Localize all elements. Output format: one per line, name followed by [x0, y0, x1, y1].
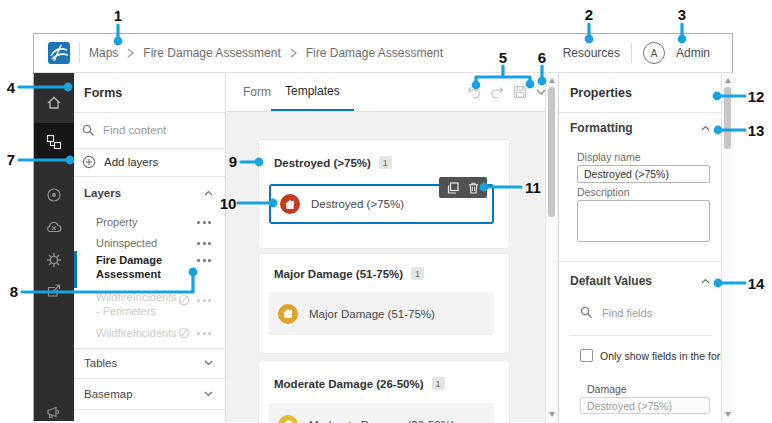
scroll-up-arrow[interactable] [549, 78, 555, 83]
callout-14: 14 [748, 275, 765, 292]
callout-4: 4 [7, 79, 15, 96]
user-menu[interactable]: Admin [676, 46, 710, 60]
more-options-icon[interactable] [197, 299, 211, 302]
rail-sharing-button[interactable] [34, 274, 74, 308]
template-item-label: Destroyed (>75%) [311, 198, 404, 210]
cloud-offline-icon [45, 220, 63, 235]
forms-panel: Forms Add layers Layers [74, 73, 226, 422]
destroyed-symbol [280, 194, 300, 214]
esri-logo-icon [48, 42, 70, 64]
chevron-down-icon [204, 360, 213, 366]
chevron-up-icon [701, 125, 710, 131]
description-textarea[interactable] [577, 200, 710, 242]
trash-icon[interactable] [468, 182, 479, 194]
divider [559, 261, 721, 262]
divider [74, 409, 225, 410]
layer-row-uninspected[interactable]: Uninspected [74, 234, 225, 252]
plus-circle-icon [82, 155, 96, 169]
breadcrumb: Maps Fire Damage Assessment Fire Damage … [89, 46, 443, 60]
layers-section-header[interactable]: Layers [74, 180, 225, 205]
properties-title: Properties [570, 86, 632, 100]
group-count-badge: 1 [432, 377, 445, 390]
rail-geofences-button[interactable] [34, 178, 74, 212]
header-divider [79, 43, 80, 63]
template-item-moderate-damage[interactable]: Moderate Damage (26-50%) [269, 403, 494, 423]
geofence-icon [46, 187, 62, 203]
tables-section-header[interactable]: Tables [74, 348, 225, 378]
layer-row-fire-damage-assessment[interactable]: Fire Damage Assessment [74, 253, 225, 287]
tab-templates[interactable]: Templates [271, 73, 354, 111]
redo-icon[interactable] [490, 86, 504, 99]
scroll-down-arrow[interactable] [725, 412, 731, 417]
screenshot-canvas: Maps Fire Damage Assessment Fire Damage … [0, 0, 772, 423]
search-icon [82, 124, 95, 137]
group-label-row: Destroyed (>75%) 1 [274, 156, 392, 169]
breadcrumb-map-name[interactable]: Fire Damage Assessment [143, 46, 280, 60]
search-icon [580, 306, 593, 319]
layer-row-property[interactable]: Property [74, 213, 225, 231]
find-fields-search[interactable] [580, 306, 697, 319]
damage-field-input[interactable] [580, 397, 710, 414]
scroll-up-arrow[interactable] [725, 78, 731, 83]
damaged-house-icon [282, 419, 294, 423]
only-show-fields-checkbox[interactable] [580, 349, 593, 362]
scroll-down-arrow[interactable] [549, 412, 555, 417]
layer-name: WildfireIncidents [96, 326, 177, 340]
more-options-icon[interactable] [197, 221, 211, 224]
editor-scrollbar[interactable] [545, 73, 557, 422]
major-damage-symbol [278, 304, 298, 324]
properties-scrollbar[interactable] [721, 73, 733, 422]
scrollbar-thumb[interactable] [724, 87, 731, 149]
display-name-input[interactable] [577, 165, 710, 183]
basemap-section-header[interactable]: Basemap [74, 378, 225, 409]
layer-row-wildfire-perimeters[interactable]: WildfireIncidents - Perimeters [74, 290, 225, 322]
display-name-label: Display name [577, 151, 641, 163]
template-group-major-damage: Major Damage (51-75%) 1 Major Damage (51… [259, 254, 509, 353]
search-input[interactable] [103, 124, 203, 136]
damaged-house-icon [284, 199, 296, 210]
chevron-down-icon [204, 391, 213, 397]
add-layers-button[interactable]: Add layers [74, 148, 225, 176]
rail-forms-button[interactable] [34, 123, 74, 160]
default-values-section-header[interactable]: Default Values [570, 274, 710, 288]
tab-form-label: Form [243, 85, 271, 99]
find-fields-input[interactable] [602, 307, 697, 319]
more-options-icon[interactable] [197, 259, 211, 262]
template-item-major-damage[interactable]: Major Damage (51-75%) [269, 292, 494, 335]
header-divider [631, 43, 632, 63]
undo-icon[interactable] [467, 86, 481, 99]
duplicate-icon[interactable] [447, 182, 459, 194]
callout-7: 7 [7, 151, 15, 168]
more-options-icon[interactable] [197, 242, 211, 245]
properties-panel: Properties Formatting Display name Descr… [558, 73, 734, 422]
callout-13: 13 [748, 122, 765, 139]
scrollbar-thumb[interactable] [548, 87, 555, 217]
layer-row-wildfireincidents[interactable]: WildfireIncidents [74, 324, 225, 342]
group-count-badge: 1 [379, 156, 392, 169]
template-item-label: Moderate Damage (26-50%) [309, 419, 455, 423]
more-options-icon[interactable] [197, 332, 211, 335]
rail-feedback-button[interactable] [34, 395, 74, 423]
default-values-section-label: Default Values [570, 274, 652, 288]
rail-overview-button[interactable] [34, 85, 74, 119]
breadcrumb-separator-icon [127, 48, 134, 58]
callout-12: 12 [748, 88, 765, 105]
group-count-badge: 1 [411, 267, 424, 280]
divider [570, 335, 712, 336]
share-icon [46, 283, 62, 299]
editor-panel: Form Templates [226, 73, 558, 422]
description-label: Description [577, 186, 630, 198]
save-icon[interactable] [513, 85, 527, 99]
rail-settings-button[interactable] [34, 243, 74, 277]
damaged-house-icon [282, 308, 294, 319]
rail-offline-button[interactable] [34, 210, 74, 244]
resources-link[interactable]: Resources [563, 46, 620, 60]
find-content-search[interactable] [74, 112, 225, 148]
breadcrumb-maps[interactable]: Maps [89, 46, 118, 60]
group-label-row: Moderate Damage (26-50%) 1 [274, 377, 445, 390]
avatar[interactable]: A [643, 42, 665, 64]
formatting-section-header[interactable]: Formatting [570, 121, 710, 135]
formatting-section-label: Formatting [570, 121, 633, 135]
not-supported-icon [178, 294, 190, 306]
divider [559, 112, 721, 113]
